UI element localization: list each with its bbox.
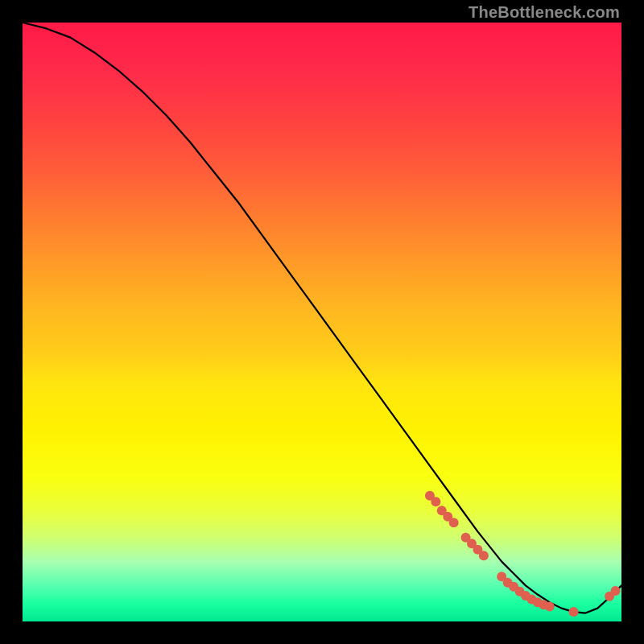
data-point <box>545 601 555 611</box>
data-point <box>431 497 440 506</box>
data-point <box>611 586 621 596</box>
chart-overlay <box>23 23 621 621</box>
chart-frame: TheBottleneck.com <box>0 0 644 644</box>
bottleneck-curve <box>23 23 621 613</box>
data-point-markers <box>425 491 621 617</box>
data-point <box>479 551 489 560</box>
data-point <box>449 518 459 527</box>
watermark-text: TheBottleneck.com <box>469 3 620 22</box>
data-point <box>568 607 578 617</box>
